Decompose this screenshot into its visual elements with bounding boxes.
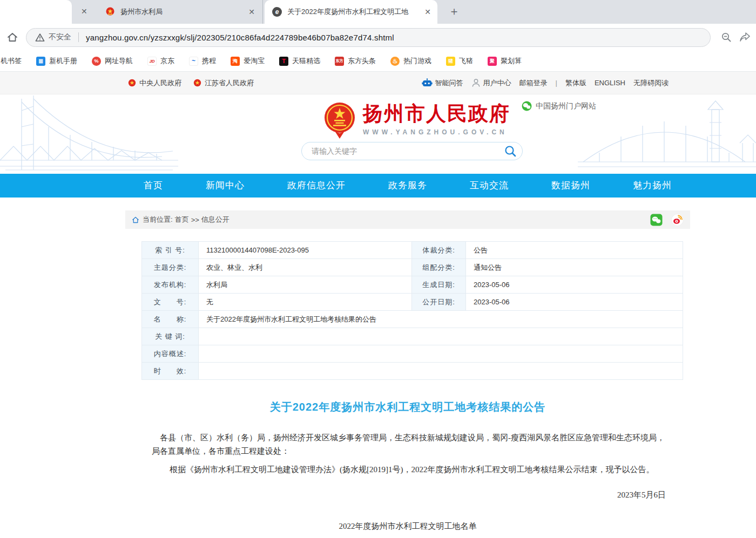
search-icon: [504, 145, 517, 158]
list-heading: 2022年度扬州市水利工程文明工地名单: [125, 521, 690, 532]
url-text[interactable]: yangzhou.gov.cn/yzszxxgk/slj/202305/210c…: [86, 33, 394, 42]
close-icon[interactable]: ✕: [422, 6, 433, 17]
link-central-gov[interactable]: 中央人民政府: [128, 78, 181, 88]
link-traditional[interactable]: 繁体版: [565, 78, 586, 88]
table-row: 内容概述:: [142, 345, 683, 363]
bookmark-icon: JD: [147, 57, 157, 66]
site-title: 扬州市人民政府: [363, 102, 510, 126]
divider: |: [556, 79, 557, 87]
bookmark-icon: 聚: [488, 57, 497, 66]
bookmark-icon: ~: [189, 57, 198, 66]
table-row: 索 引 号: 11321000014407098E-2023-095 体裁分类:…: [142, 242, 683, 259]
nav-item-charm[interactable]: 魅力扬州: [633, 174, 672, 198]
emblem-icon: [193, 79, 201, 87]
breadcrumb-home-link[interactable]: 首页: [175, 215, 189, 224]
tab-announcement-active[interactable]: e 关于2022年度扬州市水利工程文明工地 ✕: [265, 0, 437, 24]
close-icon[interactable]: ✕: [79, 6, 90, 17]
article-date: 2023年5月6日: [125, 490, 666, 500]
table-row: 文 号: 无 公开日期: 2023-05-06: [142, 294, 683, 311]
site-domain: WWW.YANGZHOU.GOV.CN: [363, 128, 510, 136]
security-warning-icon[interactable]: [35, 33, 45, 42]
browser-tab-bar: ✕ 扬州市水利局 ✕ e 关于2022年度扬州市水利工程文明工地 ✕ ＋: [0, 0, 756, 24]
url-field[interactable]: 不安全 yangzhou.gov.cn/yzszxxgk/slj/202305/…: [26, 28, 711, 47]
table-row: 发布机构: 水利局 生成日期: 2023-05-06: [142, 276, 683, 294]
content-area: 当前位置: 首页 >> 信息公开 索 引 号: 1132100: [125, 210, 690, 532]
page-favicon: e: [272, 7, 282, 17]
nav-item-home[interactable]: 首页: [144, 174, 163, 198]
bookmark-item[interactable]: 机书签: [1, 56, 22, 66]
tab-title: 关于2022年度扬州市水利工程文明工地: [287, 7, 419, 17]
nav-item-data[interactable]: 数据扬州: [551, 174, 590, 198]
bridge-illustration-right: [578, 94, 756, 174]
address-bar: 不安全 yangzhou.gov.cn/yzszxxgk/slj/202305/…: [0, 24, 756, 51]
bookmark-item[interactable]: 淘 爱淘宝: [231, 56, 265, 66]
breadcrumb-home-icon: [132, 216, 139, 223]
portal-label[interactable]: 中国扬州门户网站: [522, 101, 596, 111]
bookmark-icon: 东方: [335, 57, 344, 66]
robot-icon: [422, 78, 433, 87]
link-jiangsu-gov[interactable]: 江苏省人民政府: [193, 78, 254, 88]
nav-item-info-disclosure[interactable]: 政府信息公开: [287, 174, 346, 198]
user-icon: [471, 78, 481, 87]
bookmark-icon: ♨: [390, 57, 400, 66]
divider: [78, 32, 79, 42]
zoom-out-icon[interactable]: [721, 32, 732, 43]
security-label[interactable]: 不安全: [49, 32, 71, 42]
bookmark-icon: ≣: [36, 57, 45, 66]
home-icon[interactable]: [6, 31, 18, 43]
bookmark-item[interactable]: 聚 聚划算: [488, 56, 522, 66]
nav-item-interaction[interactable]: 互动交流: [470, 174, 509, 198]
article-body: 各县（市、区）水利（务）局，扬州经济开发区城乡事务管理局，生态科技新城规划建设局…: [152, 431, 666, 476]
breadcrumb: 当前位置: 首页 >> 信息公开: [125, 210, 690, 229]
bookmark-icon: T: [279, 57, 288, 66]
meta-table: 索 引 号: 11321000014407098E-2023-095 体裁分类:…: [141, 241, 683, 380]
tab-partial[interactable]: [0, 0, 72, 24]
bookmark-item[interactable]: JD 京东: [147, 56, 174, 66]
search-input[interactable]: [302, 147, 504, 155]
main-nav: 首页 新闻中心 政府信息公开 政务服务 互动交流 数据扬州 魅力扬州: [0, 174, 756, 198]
new-tab-button[interactable]: ＋: [446, 4, 462, 20]
site-logo[interactable]: 扬州市人民政府 WWW.YANGZHOU.GOV.CN: [323, 102, 510, 139]
emblem-favicon: [105, 7, 115, 17]
breadcrumb-label: 当前位置:: [143, 215, 173, 224]
bookmark-item[interactable]: ≣ 新机手册: [36, 56, 77, 66]
site-search: [301, 142, 523, 160]
nav-item-news[interactable]: 新闻中心: [206, 174, 245, 198]
table-row: 名 称: 关于2022年度扬州市水利工程文明工地考核结果的公告: [142, 311, 683, 328]
bookmark-item[interactable]: T 天猫精选: [279, 56, 320, 66]
table-row: 时 效:: [142, 363, 683, 380]
share-icon[interactable]: [739, 32, 751, 43]
article-paragraph: 根据《扬州市水利工程文明工地建设管理办法》(扬水规[2019]1号)，2022年…: [152, 463, 666, 476]
bookmark-icon: %: [92, 57, 101, 66]
search-button[interactable]: [504, 145, 517, 158]
link-accessibility[interactable]: 无障碍阅读: [633, 78, 669, 88]
link-mail-login[interactable]: 邮箱登录: [519, 78, 548, 88]
bookmark-icon: 猪: [446, 57, 455, 66]
bookmarks-bar: 机书签 ≣ 新机手册 % 网址导航 JD 京东 ~ 携程 淘 爱淘宝 T 天猫精…: [0, 51, 756, 72]
bookmark-item[interactable]: 猪 飞猪: [446, 56, 473, 66]
nav-item-services[interactable]: 政务服务: [388, 174, 427, 198]
table-row: 主题分类: 农业、林业、水利 组配分类: 通知公告: [142, 259, 683, 276]
tab-title: 扬州市水利局: [120, 7, 243, 17]
bookmark-item[interactable]: ♨ 热门游戏: [390, 56, 431, 66]
weibo-share-icon[interactable]: [671, 214, 684, 226]
bookmark-icon: 淘: [231, 57, 240, 66]
wechat-icon: [522, 101, 532, 111]
emblem-icon: [128, 79, 136, 87]
tab-water-bureau[interactable]: 扬州市水利局 ✕: [98, 0, 263, 24]
bookmark-item[interactable]: % 网址导航: [92, 56, 133, 66]
gov-top-bar: 中央人民政府 江苏省人民政府 智能问答: [0, 72, 756, 94]
article-title: 关于2022年度扬州市水利工程文明工地考核结果的公告: [125, 400, 690, 414]
link-english[interactable]: ENGLISH: [595, 79, 625, 87]
national-emblem-icon: [323, 102, 356, 139]
table-row: 关 键 词:: [142, 328, 683, 345]
bridge-illustration-left: [0, 94, 178, 174]
wechat-share-icon[interactable]: [650, 214, 663, 226]
close-icon[interactable]: ✕: [246, 6, 257, 17]
breadcrumb-current[interactable]: 信息公开: [201, 215, 230, 224]
bookmark-item[interactable]: ~ 携程: [189, 56, 216, 66]
breadcrumb-separator: >>: [191, 216, 199, 224]
bookmark-item[interactable]: 东方 东方头条: [335, 56, 376, 66]
link-smart-qa[interactable]: 智能问答: [422, 78, 463, 88]
link-user-center[interactable]: 用户中心: [471, 78, 511, 88]
